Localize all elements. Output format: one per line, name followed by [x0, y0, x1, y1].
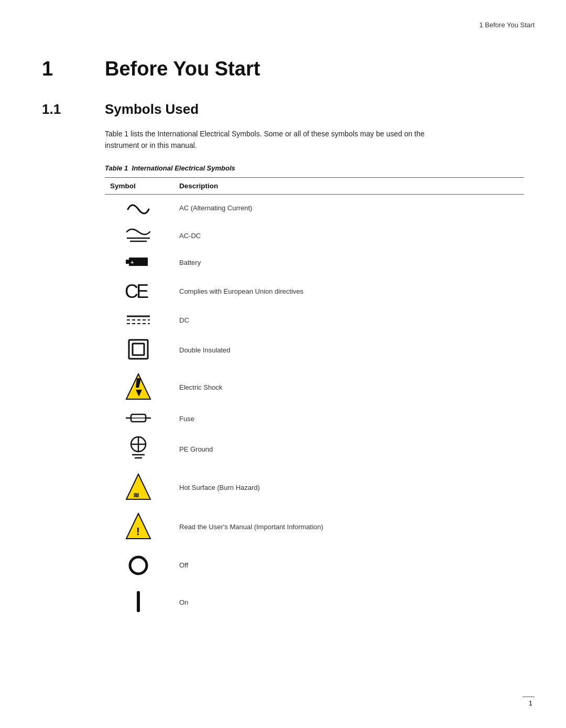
on-icon [134, 589, 143, 614]
table-header-row: Symbol Description [105, 177, 524, 194]
symbol-icon-cell [105, 584, 173, 621]
col-header-description: Description [173, 177, 524, 194]
electric-shock-icon [125, 373, 151, 400]
symbol-description: DC [173, 308, 524, 333]
table-row: Fuse [105, 407, 524, 431]
chapter-number: 1 [42, 58, 73, 80]
symbol-description: Fuse [173, 407, 524, 431]
page-header-breadcrumb: 1 Before You Start [479, 21, 535, 29]
intro-paragraph: Table 1 lists the International Electric… [105, 128, 430, 152]
table-row: Off [105, 547, 524, 584]
section-number: 1.1 [42, 101, 73, 117]
double-insulated-icon [127, 338, 150, 361]
symbol-icon-cell [105, 547, 173, 584]
svg-text:+: + [130, 259, 134, 265]
symbol-description: Battery [173, 250, 524, 275]
symbol-icon-cell [105, 431, 173, 468]
battery-icon: + [125, 255, 152, 268]
symbol-description: Off [173, 547, 524, 584]
symbol-icon-cell: ! [105, 507, 173, 547]
table-row: On [105, 584, 524, 621]
table-row: ! Read the User's Manual (Important Info… [105, 507, 524, 547]
table-row: CE Complies with European Union directiv… [105, 275, 524, 308]
pe-ground-icon [127, 436, 150, 461]
table-row: AC (Alternating Current) [105, 194, 524, 221]
table-row: PE Ground [105, 431, 524, 468]
symbol-icon-cell [105, 308, 173, 333]
symbol-description: AC (Alternating Current) [173, 194, 524, 221]
ce-icon: CE [125, 280, 152, 301]
table-row: + Battery [105, 250, 524, 275]
svg-rect-3 [126, 260, 129, 264]
symbol-description: Read the User's Manual (Important Inform… [173, 507, 524, 547]
hot-surface-icon: ≋ [125, 473, 151, 500]
table-row: AC-DC [105, 221, 524, 250]
symbol-description: PE Ground [173, 431, 524, 468]
col-header-symbol: Symbol [105, 177, 173, 194]
svg-rect-10 [133, 344, 144, 355]
symbol-icon-cell [105, 333, 173, 368]
symbol-icon-cell [105, 221, 173, 250]
off-icon [127, 552, 150, 577]
symbol-icon-cell [105, 194, 173, 221]
read-manual-icon: ! [125, 512, 151, 540]
svg-rect-28 [137, 591, 140, 612]
table-caption: Table 1 International Electrical Symbols [105, 164, 524, 172]
svg-rect-9 [129, 340, 148, 359]
symbol-description: On [173, 584, 524, 621]
symbol-icon-cell: + [105, 250, 173, 275]
svg-text:CE: CE [125, 281, 148, 301]
symbol-description: Hot Surface (Burn Hazard) [173, 468, 524, 507]
svg-text:!: ! [136, 526, 140, 537]
symbol-icon-cell: CE [105, 275, 173, 308]
chapter-heading: 1 Before You Start [42, 58, 524, 80]
symbol-description: Double Insulated [173, 333, 524, 368]
svg-text:≋: ≋ [133, 491, 139, 499]
acdc-icon [125, 227, 152, 243]
section-body: Table 1 lists the International Electric… [105, 128, 524, 621]
chapter-title: Before You Start [105, 58, 260, 80]
page-number: 1 [523, 697, 535, 707]
section-heading: 1.1 Symbols Used [42, 101, 524, 117]
symbol-icon-cell: ≋ [105, 468, 173, 507]
section-title: Symbols Used [105, 101, 199, 117]
table-row: DC [105, 308, 524, 333]
symbol-description: AC-DC [173, 221, 524, 250]
symbol-description: Complies with European Union directives [173, 275, 524, 308]
table-row: ≋ Hot Surface (Burn Hazard) [105, 468, 524, 507]
table-row: Double Insulated [105, 333, 524, 368]
table-row: Electric Shock [105, 368, 524, 407]
symbol-icon-cell [105, 368, 173, 407]
ac-icon [126, 200, 151, 215]
symbols-table: Symbol Description AC (Alternating Curre… [105, 177, 524, 621]
symbol-description: Electric Shock [173, 368, 524, 407]
symbol-icon-cell [105, 407, 173, 431]
dc-icon [125, 313, 152, 326]
svg-point-27 [130, 557, 147, 574]
fuse-icon [125, 412, 152, 424]
